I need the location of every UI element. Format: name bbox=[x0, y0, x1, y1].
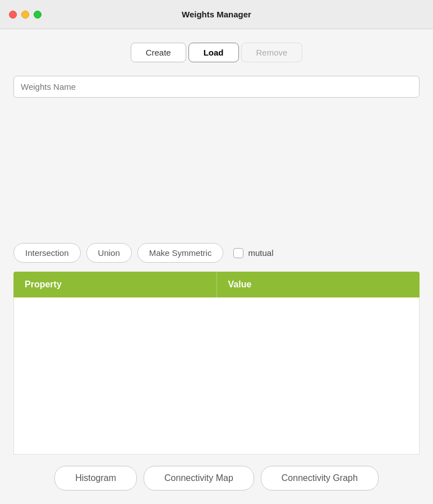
intersection-button[interactable]: Intersection bbox=[13, 243, 81, 263]
union-button[interactable]: Union bbox=[86, 243, 132, 263]
mutual-section: mutual bbox=[233, 248, 273, 258]
mutual-checkbox[interactable] bbox=[233, 248, 243, 258]
create-button[interactable]: Create bbox=[131, 43, 186, 62]
remove-button[interactable]: Remove bbox=[241, 43, 303, 62]
bottom-buttons: Histogram Connectivity Map Connectivity … bbox=[13, 455, 420, 504]
table-header: Property Value bbox=[13, 272, 420, 297]
window-title: Weights Manager bbox=[182, 10, 251, 19]
main-content: Create Load Remove Intersection Union Ma… bbox=[0, 29, 433, 504]
maximize-button[interactable] bbox=[34, 11, 42, 19]
property-header-cell: Property bbox=[13, 272, 217, 297]
value-header-cell: Value bbox=[217, 272, 420, 297]
make-symmetric-button[interactable]: Make Symmetric bbox=[137, 243, 224, 263]
histogram-button[interactable]: Histogram bbox=[54, 466, 137, 491]
connectivity-map-button[interactable]: Connectivity Map bbox=[144, 466, 254, 491]
action-buttons-row: Intersection Union Make Symmetric mutual bbox=[13, 243, 420, 263]
property-table: Property Value bbox=[13, 272, 420, 455]
minimize-button[interactable] bbox=[21, 11, 29, 19]
weights-name-input[interactable] bbox=[13, 76, 420, 98]
close-button[interactable] bbox=[9, 11, 17, 19]
traffic-lights bbox=[9, 11, 42, 19]
mutual-label: mutual bbox=[248, 248, 273, 258]
table-body bbox=[13, 297, 420, 455]
load-button[interactable]: Load bbox=[188, 43, 239, 62]
empty-area bbox=[13, 107, 420, 243]
connectivity-graph-button[interactable]: Connectivity Graph bbox=[261, 466, 379, 491]
toolbar: Create Load Remove bbox=[13, 43, 420, 62]
title-bar: Weights Manager bbox=[0, 0, 433, 29]
